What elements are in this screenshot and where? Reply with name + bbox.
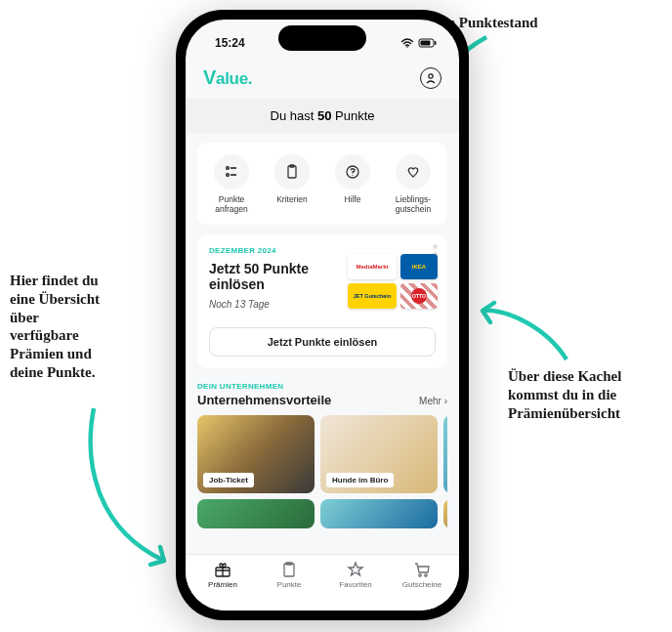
- app-header: Value.: [186, 59, 459, 93]
- clipboard-icon: [284, 164, 300, 180]
- sliders-icon: [224, 164, 239, 180]
- benefit-image: [443, 499, 447, 528]
- svg-rect-2: [435, 41, 437, 45]
- points-banner[interactable]: Du hast 50 Punkte: [186, 99, 459, 133]
- redeem-card[interactable]: DEZEMBER 2024 Jetzt 50 Punkteeinlösen No…: [197, 234, 447, 369]
- cart-icon: [413, 561, 431, 578]
- phone-screen: 15:24 Value. Du hast 50 Punkte: [186, 20, 459, 611]
- benefit-label: Job-Ticket: [203, 473, 254, 487]
- annotation-overview: Hier findet dueine Übersichtüberverfügba…: [10, 272, 100, 382]
- nav-label: Favoriten: [339, 580, 371, 589]
- more-link[interactable]: Mehr ›: [419, 396, 447, 406]
- svg-rect-3: [421, 41, 431, 46]
- person-icon: [425, 72, 437, 84]
- benefit-image: [443, 415, 447, 493]
- benefits-row-2[interactable]: [197, 499, 447, 528]
- nav-punkte[interactable]: Punkte: [256, 561, 322, 611]
- clipboard-icon: [280, 561, 298, 578]
- app-logo[interactable]: Value.: [203, 66, 252, 89]
- help-icon: [345, 164, 360, 180]
- arrow-tile: [469, 289, 586, 367]
- benefit-card[interactable]: Job-Ticket: [197, 415, 315, 493]
- coupon-mediamarkt: MediaMarkt: [348, 254, 397, 279]
- benefit-label: Hunde im Büro: [326, 473, 394, 487]
- benefit-card[interactable]: [197, 499, 315, 528]
- nav-label: Gutscheine: [402, 580, 441, 589]
- nav-label: Prämien: [208, 580, 237, 589]
- benefits-row[interactable]: Job-Ticket Hunde im Büro Jo: [197, 415, 447, 493]
- svg-rect-13: [288, 166, 296, 178]
- benefit-card[interactable]: Jo: [443, 415, 447, 493]
- bottom-nav: Prämien Punkte Favoriten Gutscheine: [186, 554, 459, 611]
- benefit-card[interactable]: [443, 499, 447, 528]
- profile-button[interactable]: [420, 67, 441, 89]
- points-suffix: Punkte: [331, 108, 374, 123]
- qa-label: Hilfe: [324, 195, 381, 205]
- star-icon: [347, 561, 364, 578]
- nav-favoriten[interactable]: Favoriten: [322, 561, 389, 611]
- svg-rect-20: [284, 564, 294, 576]
- annotation-tile: Über diese Kachelkommst du in diePrämien…: [508, 367, 621, 422]
- coupon-ikea: IKEA: [400, 254, 438, 279]
- benefit-image: [197, 499, 315, 528]
- coupon-grid: MediaMarkt IKEA JET Gutschein OTTO: [348, 254, 438, 309]
- qa-label: Lieblings-gutschein: [385, 195, 441, 215]
- svg-point-12: [227, 174, 230, 177]
- nav-label: Punkte: [277, 580, 302, 589]
- status-time: 15:24: [215, 36, 245, 50]
- wifi-icon: [400, 38, 414, 48]
- svg-point-23: [425, 574, 427, 576]
- company-title: Unternehmensvorteile: [197, 393, 331, 407]
- qa-favorite-coupon[interactable]: Lieblings-gutschein: [385, 154, 441, 215]
- dynamic-island: [278, 25, 366, 51]
- benefit-image: [320, 499, 438, 528]
- svg-point-22: [419, 574, 421, 576]
- heart-icon: [405, 164, 421, 180]
- chevron-right-icon: ›: [444, 396, 447, 406]
- quick-actions: Punkteanfragen Kriterien Hilfe Lieblings…: [197, 143, 447, 225]
- points-count: 50: [317, 108, 331, 123]
- qa-request-points[interactable]: Punkteanfragen: [203, 154, 260, 215]
- benefit-card[interactable]: Hunde im Büro: [320, 415, 438, 493]
- coupon-jet: JET Gutschein: [348, 283, 397, 309]
- gift-icon: [214, 561, 231, 578]
- svg-point-4: [429, 73, 433, 77]
- coupon-otto: OTTO: [400, 283, 438, 309]
- company-section: DEIN UNTERNEHMEN Unternehmensvorteile Me…: [197, 382, 447, 528]
- dots-indicator: [433, 244, 438, 249]
- qa-criteria[interactable]: Kriterien: [264, 154, 320, 215]
- company-tag: DEIN UNTERNEHMEN: [197, 382, 447, 391]
- benefit-card[interactable]: [320, 499, 438, 528]
- arrow-overview: [74, 400, 191, 571]
- qa-label: Kriterien: [264, 195, 320, 205]
- nav-gutscheine[interactable]: Gutscheine: [389, 561, 455, 611]
- nav-praemien[interactable]: Prämien: [189, 561, 256, 611]
- redeem-button[interactable]: Jetzt Punkte einlösen: [209, 327, 436, 357]
- phone-frame: 15:24 Value. Du hast 50 Punkte: [176, 10, 469, 620]
- qa-label: Punkteanfragen: [203, 195, 260, 215]
- svg-point-16: [352, 175, 353, 176]
- svg-point-0: [406, 46, 408, 48]
- qa-help[interactable]: Hilfe: [324, 154, 381, 215]
- battery-icon: [418, 38, 438, 48]
- svg-point-11: [227, 167, 230, 170]
- points-prefix: Du hast: [271, 108, 317, 123]
